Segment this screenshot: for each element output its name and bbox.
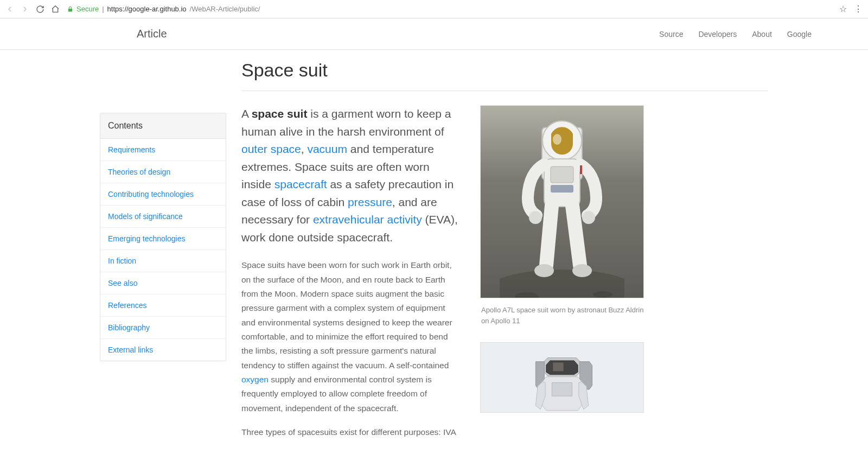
svg-point-3 (553, 134, 561, 145)
link-vacuum[interactable]: vacuum (307, 143, 347, 155)
astronaut-photo[interactable] (480, 105, 644, 298)
sidebar-item-contributing[interactable]: Contributing technologies (100, 183, 226, 206)
header-nav: Source Developers About Google (659, 30, 812, 39)
browser-toolbar: Secure | https://google-ar.github.io/Web… (0, 0, 868, 18)
forward-button[interactable] (20, 4, 30, 15)
svg-rect-6 (551, 185, 573, 193)
browser-menu-icon[interactable]: ⋮ (853, 4, 864, 15)
url-separator: | (102, 5, 104, 13)
reload-button[interactable] (35, 4, 46, 15)
url-path: /WebAR-Article/public/ (190, 5, 260, 13)
para-text: supply and environmental control system … (241, 375, 432, 413)
lock-icon (67, 6, 73, 12)
nav-link-about[interactable]: About (752, 30, 772, 39)
sidebar-item-fiction[interactable]: In fiction (100, 250, 226, 272)
link-pressure[interactable]: pressure (348, 196, 392, 208)
lead-bold: space suit (252, 107, 308, 120)
bookmark-icon[interactable]: ☆ (838, 4, 848, 15)
lead-paragraph: A space suit is a garment worn to keep a… (241, 105, 458, 246)
svg-point-10 (572, 264, 592, 277)
paragraph: Space suits have been worn for such work… (241, 258, 458, 415)
sidebar-item-theories[interactable]: Theories of design (100, 161, 226, 183)
nav-link-google[interactable]: Google (787, 30, 812, 39)
site-brand[interactable]: Article (137, 28, 167, 40)
para-text: Space suits have been worn for such work… (241, 260, 452, 369)
astronaut-render[interactable] (480, 342, 644, 413)
sidebar-item-emerging[interactable]: Emerging technologies (100, 228, 226, 250)
sidebar-item-seealso[interactable]: See also (100, 272, 226, 294)
svg-point-13 (593, 291, 612, 298)
sidebar-item-models[interactable]: Models of significance (100, 206, 226, 228)
figure-render (480, 342, 645, 413)
sidebar-title: Contents (100, 113, 226, 139)
link-outer-space[interactable]: outer space (241, 143, 301, 155)
url-host: https://google-ar.github.io (107, 5, 187, 13)
svg-marker-16 (553, 362, 563, 371)
page-title: Space suit (241, 60, 768, 91)
figure-photo: Apollo A7L space suit worn by astronaut … (480, 105, 645, 326)
paragraph: Three types of spacesuits exist for diff… (241, 425, 458, 439)
svg-rect-5 (551, 167, 573, 183)
nav-link-developers[interactable]: Developers (698, 30, 737, 39)
sidebar-item-bibliography[interactable]: Bibliography (100, 317, 226, 339)
svg-marker-20 (552, 383, 572, 396)
svg-point-7 (529, 211, 542, 224)
nav-link-source[interactable]: Source (659, 30, 683, 39)
sidebar-item-references[interactable]: References (100, 294, 226, 317)
article-aside: Apollo A7L space suit worn by astronaut … (480, 105, 645, 450)
svg-point-8 (582, 211, 595, 224)
home-button[interactable] (50, 4, 61, 15)
site-header: Article Source Developers About Google (0, 18, 868, 50)
link-eva[interactable]: extravehicular activity (313, 213, 422, 226)
lead-text: A (241, 107, 252, 120)
secure-label: Secure (76, 5, 99, 13)
svg-point-9 (534, 264, 554, 277)
figure-caption: Apollo A7L space suit worn by astronaut … (480, 305, 645, 326)
link-spacecraft[interactable]: spacecraft (275, 178, 327, 190)
contents-sidebar: Contents Requirements Theories of design… (100, 113, 226, 361)
link-oxygen[interactable]: oxygen (241, 375, 269, 384)
back-button[interactable] (4, 4, 15, 15)
sidebar-item-external[interactable]: External links (100, 339, 226, 361)
article-text: A space suit is a garment worn to keep a… (241, 105, 458, 450)
address-bar[interactable]: Secure | https://google-ar.github.io/Web… (65, 5, 833, 13)
sidebar-item-requirements[interactable]: Requirements (100, 139, 226, 161)
lead-text: , (301, 143, 308, 155)
svg-rect-11 (580, 165, 582, 174)
